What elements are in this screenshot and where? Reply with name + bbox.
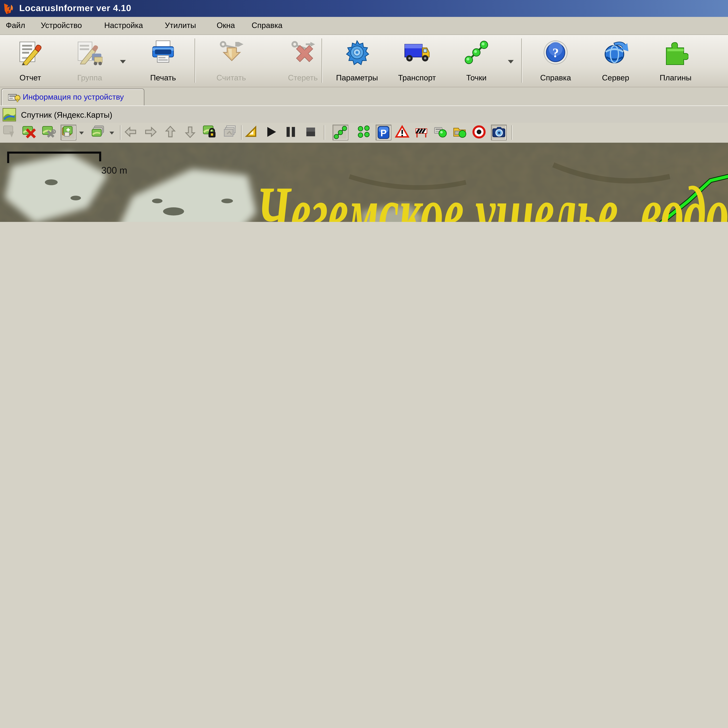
svg-text:300 m: 300 m	[101, 165, 127, 176]
svg-text:?: ?	[552, 46, 559, 60]
svg-text:P: P	[381, 128, 387, 138]
svg-text:Чегемское ущелье, водопад: Чегемское ущелье, водопад	[256, 171, 728, 222]
